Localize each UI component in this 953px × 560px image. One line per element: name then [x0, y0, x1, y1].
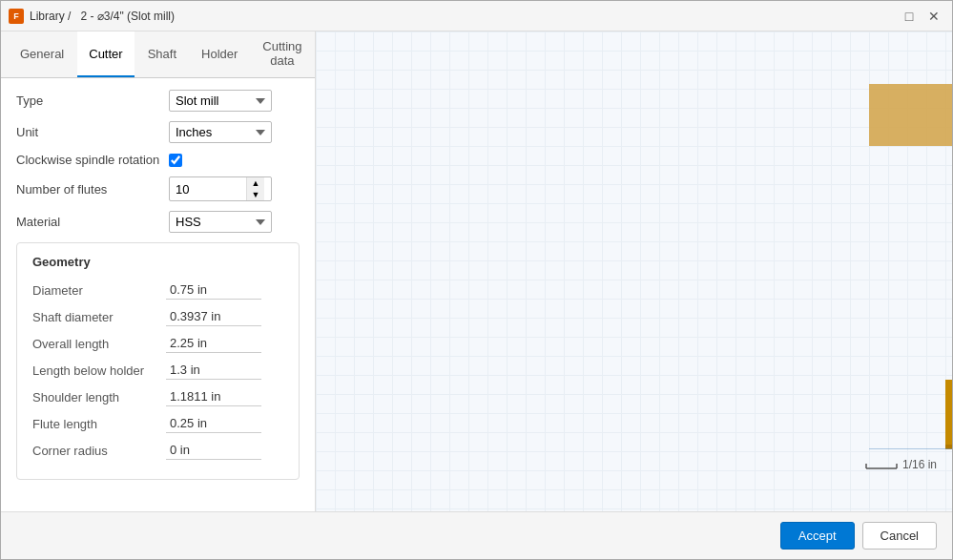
top-material-block [869, 84, 952, 146]
geometry-section: Geometry Diameter 0.75 in Shaft diameter… [16, 242, 300, 480]
right-panel: 1/16 in [316, 31, 952, 511]
geo-diameter-label: Diameter [32, 283, 166, 298]
breadcrumb: Library / 2 - ⌀3/4" (Slot mill) [30, 10, 175, 23]
spindle-row: Clockwise spindle rotation [16, 153, 300, 167]
left-panel: General Cutter Shaft Holder Cutting data… [1, 31, 316, 511]
geo-shoulder-length-label: Shoulder length [32, 390, 166, 404]
geo-corner-radius-value: 0 in [166, 441, 261, 460]
spindle-control [169, 154, 300, 167]
tab-cutter[interactable]: Cutter [77, 31, 134, 77]
unit-label: Unit [16, 125, 169, 139]
material-control: HSS Carbide Cobalt Ceramic [169, 211, 300, 233]
flutes-row: Number of flutes 10 ▲ ▼ [16, 176, 300, 201]
material-label: Material [16, 215, 169, 229]
title-bar-left: F Library / 2 - ⌀3/4" (Slot mill) [9, 9, 175, 24]
type-label: Type [16, 93, 169, 108]
geo-corner-radius-row: Corner radius 0 in [32, 441, 283, 460]
flutes-decrement[interactable]: ▼ [247, 189, 264, 200]
type-row: Type Slot mill End mill Ball end mill Fa… [16, 90, 300, 112]
tool-cutter-body [945, 380, 952, 445]
close-button[interactable]: ✕ [923, 6, 944, 27]
geo-diameter-value: 0.75 in [166, 280, 261, 300]
geo-shoulder-length-row: Shoulder length 1.1811 in [32, 387, 283, 406]
app-icon: F [9, 9, 24, 24]
main-content: General Cutter Shaft Holder Cutting data… [1, 31, 952, 511]
flutes-increment[interactable]: ▲ [247, 177, 264, 189]
geo-length-below-holder-value: 1.3 in [166, 361, 261, 380]
geo-overall-length-label: Overall length [32, 337, 166, 351]
geo-overall-length-row: Overall length 2.25 in [32, 334, 283, 353]
tab-general[interactable]: General [9, 31, 75, 77]
geo-flute-length-label: Flute length [32, 417, 166, 431]
unit-control: Inches Millimeters [169, 121, 300, 143]
scale-bar-icon [864, 459, 899, 470]
spinner-buttons: ▲ ▼ [246, 177, 264, 200]
title-controls: □ ✕ [899, 6, 944, 27]
flutes-label: Number of flutes [16, 182, 169, 197]
spindle-label: Clockwise spindle rotation [16, 153, 169, 167]
flutes-input[interactable]: 10 [170, 179, 246, 199]
accept-button[interactable]: Accept [780, 522, 855, 550]
material-row: Material HSS Carbide Cobalt Ceramic [16, 211, 300, 233]
type-control: Slot mill End mill Ball end mill Face mi… [169, 90, 300, 112]
scale-label: 1/16 in [902, 458, 937, 471]
geo-length-below-holder-row: Length below holder 1.3 in [32, 361, 283, 380]
geo-corner-radius-label: Corner radius [32, 444, 166, 458]
tab-cutting-data[interactable]: Cutting data [251, 31, 313, 77]
geometry-title: Geometry [32, 255, 283, 269]
cancel-button[interactable]: Cancel [862, 522, 937, 550]
work-surface-line [869, 448, 952, 449]
flutes-spinner: 10 ▲ ▼ [169, 176, 272, 201]
canvas-area: 1/16 in [316, 31, 952, 511]
scale-indicator: 1/16 in [864, 458, 937, 471]
unit-row: Unit Inches Millimeters [16, 121, 300, 143]
geo-flute-length-value: 0.25 in [166, 414, 261, 433]
geo-diameter-row: Diameter 0.75 in [32, 280, 283, 300]
footer-bar: Accept Cancel [1, 511, 952, 559]
geo-shoulder-length-value: 1.1811 in [166, 387, 261, 406]
tabs-container: General Cutter Shaft Holder Cutting data… [1, 31, 315, 78]
geo-overall-length-value: 2.25 in [166, 334, 261, 353]
title-bar: F Library / 2 - ⌀3/4" (Slot mill) □ ✕ [1, 1, 952, 31]
geo-flute-length-row: Flute length 0.25 in [32, 414, 283, 433]
flutes-control: 10 ▲ ▼ [169, 176, 300, 201]
tab-shaft[interactable]: Shaft [136, 31, 188, 77]
tab-holder[interactable]: Holder [190, 31, 249, 77]
unit-select[interactable]: Inches Millimeters [169, 121, 272, 143]
geo-shaft-diameter-row: Shaft diameter 0.3937 in [32, 307, 283, 326]
main-window: F Library / 2 - ⌀3/4" (Slot mill) □ ✕ Ge… [0, 0, 953, 560]
material-select[interactable]: HSS Carbide Cobalt Ceramic [169, 211, 272, 233]
form-area: Type Slot mill End mill Ball end mill Fa… [1, 78, 315, 511]
type-select[interactable]: Slot mill End mill Ball end mill Face mi… [169, 90, 272, 112]
geo-shaft-diameter-value: 0.3937 in [166, 307, 261, 326]
geo-shaft-diameter-label: Shaft diameter [32, 310, 166, 324]
minimize-button[interactable]: □ [899, 6, 920, 27]
geo-length-below-holder-label: Length below holder [32, 363, 166, 378]
spindle-checkbox[interactable] [169, 154, 182, 167]
